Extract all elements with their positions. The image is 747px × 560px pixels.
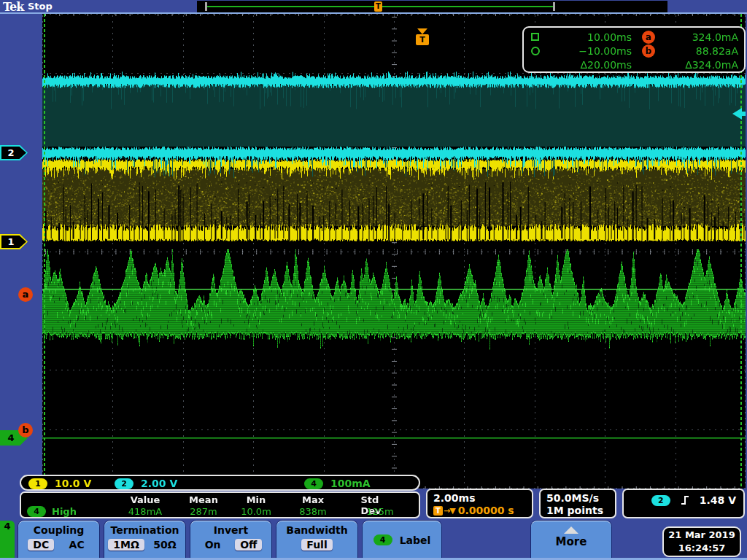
channel2-scale[interactable]: 2 2.00 V [115,478,177,489]
trigger-flag-label: T [416,34,429,45]
invert-title: Invert [190,524,271,536]
record-view-left-bracket [205,2,207,11]
acquisition-box: 50.0MS/s 1M points [539,489,616,518]
trigger-flag-arrow-icon [417,28,427,34]
acquisition-status: Stop [28,1,53,12]
horizontal-position: 0.00000 s [458,505,514,516]
termination-title: Termination [104,524,185,536]
cursor-circle-icon [531,47,540,55]
cursor-a-time: 10.00ms [553,31,632,43]
cursor-b-badge: b [642,44,655,58]
channel1-badge: 1 [28,478,47,489]
meas-min: 10.0m [241,506,271,517]
channel4-scale-value: 100mA [330,478,371,489]
more-up-arrow-icon [564,526,578,534]
channel2-badge: 2 [115,478,133,489]
meas-header-max: Max [302,494,324,505]
menu-channel-tab[interactable]: 4 [0,521,15,560]
date-value: 21 Mar 2019 [664,529,740,542]
time-value: 16:24:57 [664,542,740,555]
meas-header-min: Min [247,494,266,505]
channel1-scale-value: 10.0 V [55,478,91,489]
invert-on-option[interactable]: On [200,539,226,551]
measurement-name: 4 High [27,506,77,517]
trigger-level-value: 1.48 V [700,494,736,506]
menu-label-button[interactable]: 4 Label [362,520,442,559]
cursor-square-icon [531,33,539,41]
datetime-box: 21 Mar 2019 16:24:57 [662,526,741,557]
cursor-b-value: 88.82aA [661,45,738,57]
record-view-bar[interactable]: T [197,1,667,12]
horizontal-scale: 2.00ms [433,492,526,504]
meas-value: 418mA [128,506,162,517]
bandwidth-full-option[interactable]: Full [301,539,332,551]
trigger-t-icon: T [433,506,443,516]
more-button-text: More [531,535,611,548]
meas-header-value: Value [131,494,160,505]
channel1-scale[interactable]: 1 10.0 V [28,478,91,489]
channel4-badge: 4 [304,478,323,489]
trigger-position-mini-icon[interactable]: T [374,1,382,12]
channel1-badge-label: 1 [0,235,22,249]
measurement-channel-badge: 4 [27,506,46,517]
channel1-position-badge[interactable]: 1 [0,234,28,249]
menu-termination-button[interactable]: Termination 1MΩ 50Ω [104,520,186,559]
trigger-position-flag-icon[interactable]: T [414,28,430,46]
channel2-badge-label: 2 [0,146,22,160]
menu-more-button[interactable]: More [530,520,612,559]
measurement-name-label: High [52,506,77,517]
trigger-source-badge: 2 [651,495,670,506]
channel2-scale-value: 2.00 V [141,478,177,489]
record-view-right-bracket [553,2,555,11]
record-length: 1M points [546,505,609,517]
trigger-position-arrow-icon: →▼ [444,506,455,516]
termination-1mohm-option[interactable]: 1MΩ [108,539,144,551]
trigger-level-arrow-tail [741,112,746,116]
horizontal-readout-box: 2.00ms T →▼ 0.00000 s [426,489,533,518]
cursor-a-marker[interactable]: a [18,287,33,302]
cursor-b-marker[interactable]: b [18,423,33,438]
graticule: T [42,14,746,489]
coupling-ac-option[interactable]: AC [64,539,90,551]
channel4-scale[interactable]: 4 100mA [304,478,371,489]
cursor-a-badge: a [642,31,655,44]
cursor-delta-time: Δ20.00ms [553,59,632,71]
meas-header-mean: Mean [189,494,218,505]
sample-rate: 50.0MS/s [546,492,609,505]
cursor-delta-value: Δ324.0mA [661,59,738,71]
waveform-canvas [42,14,746,489]
top-status-bar: Tek Stop T [0,0,747,13]
trigger-readout-box: 2 1.48 V [622,489,745,518]
coupling-title: Coupling [18,524,99,536]
menu-coupling-button[interactable]: Coupling DC AC [18,520,100,559]
label-channel-badge: 4 [374,534,392,545]
cursor-readout-box: 10.00ms a 324.0mA −10.00ms b 88.82aA Δ20… [522,26,746,73]
bandwidth-title: Bandwidth [276,524,357,536]
oscilloscope-screen: Tek Stop T T 2 1 4 a b [0,0,747,560]
rising-edge-icon [680,494,690,507]
invert-off-option[interactable]: Off [235,539,262,551]
channel-scale-bar: 1 10.0 V 2 2.00 V 4 100mA [20,475,420,491]
label-button-text: Label [400,534,431,546]
measurement-box: Value Mean Min Max Std Dev 4 High 418mA … [20,491,420,518]
meas-mean: 287m [190,506,217,517]
cursor-b-time: −10.00ms [553,45,632,57]
meas-max: 838m [299,506,326,517]
menu-bandwidth-button[interactable]: Bandwidth Full [276,520,358,559]
channel2-position-badge[interactable]: 2 [0,145,28,160]
coupling-dc-option[interactable]: DC [28,539,54,551]
cursor-a-value: 324.0mA [661,31,738,43]
meas-stddev: 125m [366,506,393,517]
menu-invert-button[interactable]: Invert On Off [190,520,272,559]
termination-50ohm-option[interactable]: 50Ω [148,539,181,551]
